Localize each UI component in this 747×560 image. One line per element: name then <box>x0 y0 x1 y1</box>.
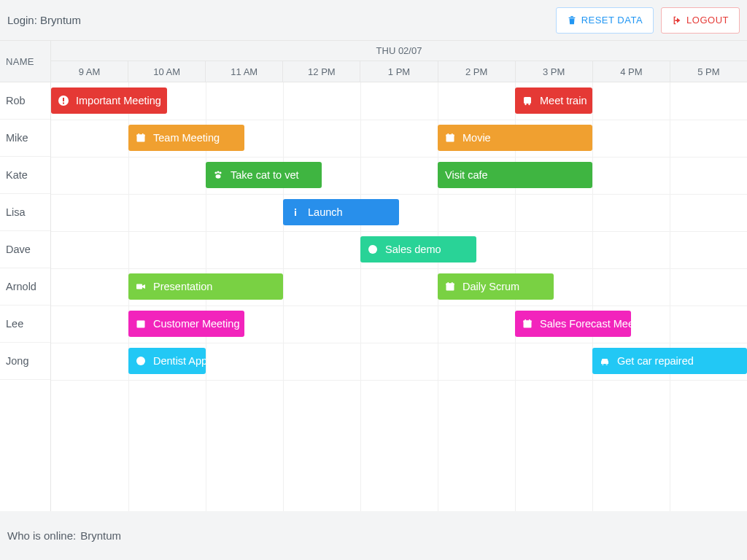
event-bar[interactable]: Movie <box>438 125 592 151</box>
info-icon <box>290 207 301 217</box>
event-label: Daily Scrum <box>462 281 519 292</box>
logout-icon <box>672 15 682 26</box>
event-label: Launch <box>308 206 343 218</box>
event-bar[interactable]: Presentation <box>128 273 283 300</box>
hour-header: 5 PM <box>670 61 747 82</box>
trash-icon <box>567 15 577 26</box>
alert-icon <box>58 96 69 106</box>
resource-column: RobMikeKateLisaDaveArnoldLeeJong <box>0 82 51 512</box>
hour-header: 9 AM <box>51 61 128 82</box>
hour-header: 1 PM <box>360 61 437 82</box>
reset-data-button[interactable]: RESET DATA <box>556 7 654 34</box>
event-label: Sales demo <box>385 244 441 255</box>
event-label: Sales Forecast Meet <box>540 318 631 330</box>
logout-button[interactable]: LOGOUT <box>661 7 740 34</box>
event-label: Customer Meeting <box>153 318 239 330</box>
clock-icon <box>368 244 378 254</box>
who-online-users: Bryntum <box>80 529 121 542</box>
event-bar[interactable]: Dentist Appointment <box>128 348 206 374</box>
logout-label: LOGOUT <box>686 15 729 26</box>
resource-row-label[interactable]: Jong <box>0 343 50 380</box>
calendar-icon <box>522 319 533 329</box>
event-label: Meet train <box>540 95 587 106</box>
event-label: Visit cafe <box>445 169 488 181</box>
who-online-label: Who is online: <box>7 529 76 542</box>
event-bar[interactable]: Sales demo <box>360 236 476 262</box>
resource-row-label[interactable]: Mike <box>0 120 50 157</box>
login-label: Login: Bryntum <box>7 14 81 26</box>
clock-icon <box>136 356 146 366</box>
hours-header: 9 AM10 AM11 AM12 PM1 PM2 PM3 PM4 PM5 PM <box>51 61 747 82</box>
reset-data-label: RESET DATA <box>581 15 643 26</box>
hour-header: 4 PM <box>592 61 670 82</box>
event-label: Team Meeting <box>153 132 220 144</box>
event-bar[interactable]: Take cat to vet <box>206 162 322 188</box>
hour-header: 11 AM <box>205 61 282 82</box>
scheduler: NAME THU 02/07 9 AM10 AM11 AM12 PM1 PM2 … <box>0 40 747 513</box>
footer: Who is online: Bryntum <box>0 511 747 560</box>
resource-row-label[interactable]: Dave <box>0 231 50 268</box>
resource-row-label[interactable]: Kate <box>0 157 50 194</box>
event-bar[interactable]: Customer Meeting <box>128 311 244 337</box>
event-bar[interactable]: Team Meeting <box>128 125 244 151</box>
scheduler-header: NAME THU 02/07 9 AM10 AM11 AM12 PM1 PM2 … <box>0 41 747 82</box>
event-label: Presentation <box>153 281 212 292</box>
calendar-icon <box>136 133 146 143</box>
hour-header: 2 PM <box>438 61 515 82</box>
car-icon <box>600 356 610 366</box>
event-bar[interactable]: Sales Forecast Meet <box>515 311 631 337</box>
paw-icon <box>213 170 223 180</box>
event-label: Important Meeting <box>76 95 161 106</box>
hour-header: 3 PM <box>515 61 592 82</box>
calendar-icon <box>445 281 455 292</box>
resource-row-label[interactable]: Lee <box>0 306 50 343</box>
video-icon <box>136 281 146 292</box>
name-column-header[interactable]: NAME <box>0 41 51 82</box>
hour-header: 12 PM <box>282 61 360 82</box>
event-bar[interactable]: Launch <box>283 199 399 225</box>
bus-icon <box>522 96 533 106</box>
date-header: THU 02/07 <box>51 41 747 61</box>
event-bar[interactable]: Get car repaired <box>592 348 747 374</box>
scheduler-body: RobMikeKateLisaDaveArnoldLeeJong Importa… <box>0 82 747 512</box>
login-user: Bryntum <box>40 14 81 26</box>
resource-row-label[interactable]: Arnold <box>0 268 50 306</box>
topbar: Login: Bryntum RESET DATA LOGOUT <box>0 0 747 40</box>
hour-header: 10 AM <box>128 61 205 82</box>
calendar-alt-icon <box>136 319 146 329</box>
event-label: Dentist Appointment <box>153 355 206 367</box>
event-bar[interactable]: Meet train <box>515 88 592 114</box>
resource-row-label[interactable]: Lisa <box>0 194 50 231</box>
event-label: Take cat to vet <box>231 169 299 181</box>
event-label: Get car repaired <box>617 355 694 367</box>
timeline-grid[interactable]: Important MeetingMeet trainTeam MeetingM… <box>51 82 747 512</box>
event-bar[interactable]: Daily Scrum <box>438 273 554 300</box>
resource-row-label[interactable]: Rob <box>0 82 50 120</box>
calendar-icon <box>445 133 455 143</box>
login-prefix: Login: <box>7 14 40 26</box>
event-label: Movie <box>462 132 491 144</box>
event-bar[interactable]: Visit cafe <box>438 162 592 188</box>
event-bar[interactable]: Important Meeting <box>51 88 167 114</box>
